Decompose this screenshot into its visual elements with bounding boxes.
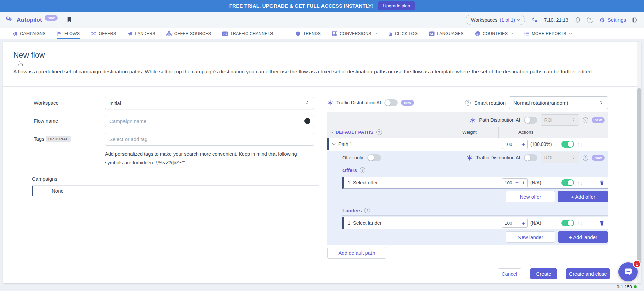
smart-rotation-select[interactable]: Normal rotation(random) (509, 96, 608, 109)
traffic-ai-toggle[interactable] (384, 99, 398, 106)
traffic-ai-help-icon[interactable]: ? (583, 155, 588, 161)
autopilot-logo[interactable]: ⚙ ⚙ Autopilot new (5, 16, 58, 24)
move-down-icon[interactable]: ↓ (581, 220, 583, 226)
move-up-icon[interactable]: ↑ (577, 220, 580, 226)
bookmark-icon[interactable] (66, 16, 72, 23)
paths-header-band: Path Distribution AI ROI ? new DEFAULT P… (327, 112, 608, 138)
new-lander-button[interactable]: New lander (506, 231, 555, 243)
nav-traffic-channels[interactable]: Ad TRAFFIC CHANNELS (222, 28, 273, 39)
ai-brain-icon (467, 155, 473, 161)
flow-color-picker[interactable] (304, 118, 310, 124)
ai-brain-icon (327, 100, 333, 106)
notifications-bell-icon[interactable] (575, 17, 581, 23)
weight-value[interactable]: 100 (505, 221, 513, 226)
move-down-icon[interactable]: ↓ (581, 141, 583, 147)
click-pointer-icon (388, 31, 393, 36)
offers-help-icon[interactable]: ? (360, 167, 365, 173)
path-name-cell[interactable]: Path 1 (329, 138, 500, 150)
add-offer-button[interactable]: + Add offer (558, 191, 608, 202)
nav-campaigns[interactable]: CAMPAIGNS (12, 28, 46, 39)
default-paths-header: DEFAULT PATHS ? Weight Actions (327, 127, 608, 138)
weight-value[interactable]: 100 (505, 142, 513, 147)
upgrade-plan-button[interactable]: Upgrade plan (378, 1, 415, 10)
offer-actions-cell: ↑ ↓ (558, 177, 608, 188)
path-ai-toggle[interactable] (524, 117, 537, 124)
logout-icon[interactable] (632, 17, 639, 23)
plus-icon[interactable]: + (522, 180, 525, 186)
path-content-panel: Offer only Traffic Distribution AI ROI ?… (327, 151, 608, 245)
nav-offer-sources[interactable]: OFFER SOURCES (166, 28, 211, 39)
create-button[interactable]: Create (530, 268, 557, 279)
new-badge: new (592, 117, 605, 123)
default-paths-title[interactable]: DEFAULT PATHS ? (331, 129, 382, 135)
plus-icon[interactable]: + (522, 220, 525, 226)
settings-link[interactable]: Settings (608, 17, 626, 23)
plus-icon[interactable]: + (522, 141, 525, 147)
page-description: A flow is a predefined set of campaign d… (13, 67, 629, 76)
workspace-row: Workspace Initial (3, 97, 323, 109)
nav-more-reports[interactable]: MORE REPORTS (524, 28, 572, 39)
lander-row: 1. Select lander 100 − + (N/A) ↑ ↓ (342, 217, 608, 229)
nav-offers[interactable]: OFFERS (91, 28, 116, 39)
path-enabled-toggle[interactable] (561, 141, 574, 148)
add-lander-button[interactable]: + Add lander (558, 231, 608, 243)
workspaces-selector[interactable]: Workspaces (1 of 1) (466, 15, 525, 25)
traffic-distribution-ai-row: Traffic Distribution AI new ? Smart rota… (327, 96, 608, 109)
select-arrows-icon (599, 100, 604, 106)
tags-label: Tags (34, 136, 44, 142)
landers-help-icon[interactable]: ? (364, 208, 370, 213)
offer-select[interactable]: 1. Select offer (344, 177, 500, 188)
delete-lander-icon[interactable] (599, 220, 604, 226)
ad-icon: Ad (222, 31, 228, 36)
nav-landers[interactable]: LANDERS (127, 28, 155, 39)
version-number: 0.1.150 (617, 284, 632, 289)
chat-icon (624, 267, 633, 277)
nav-languages[interactable]: Az LANGUAGES (429, 28, 464, 39)
path-traffic-ai-metric-select[interactable]: ROI (541, 152, 579, 163)
move-up-icon[interactable]: ↑ (577, 180, 580, 186)
weight-stepper: 100 − + (502, 140, 528, 149)
trial-banner-text: FREE TRIAL. UPGRADE & GET FULL ACCESS IN… (229, 3, 374, 9)
offer-enabled-toggle[interactable] (561, 179, 574, 186)
nav-trends[interactable]: TRENDS (295, 28, 321, 39)
workspace-select[interactable]: Initial (105, 97, 314, 109)
path-row: Path 1 100 − + (100.00%) ↑ ↓ (327, 138, 608, 150)
move-up-icon[interactable]: ↑ (577, 141, 580, 147)
sitemap-icon (166, 31, 172, 36)
clock-icon (295, 31, 301, 36)
add-default-path-button[interactable]: Add default path (327, 247, 386, 259)
nav-flows[interactable]: FLOWS (57, 28, 80, 39)
footer-divider (3, 265, 641, 265)
new-badge: new (45, 15, 58, 21)
settings-gear-icon[interactable]: ⚙ (599, 17, 605, 23)
flow-name-input[interactable] (105, 115, 314, 127)
nav-countries[interactable]: COUNTRIES (475, 28, 513, 39)
minus-icon[interactable]: − (515, 141, 519, 147)
megaphone-icon (12, 31, 18, 36)
nav-click-log[interactable]: CLICK LOG (388, 28, 418, 39)
delete-offer-icon[interactable] (599, 180, 604, 186)
traffic-ai-label: Traffic Distribution AI (336, 100, 381, 105)
minus-icon[interactable]: − (515, 180, 519, 186)
move-down-icon[interactable]: ↓ (581, 180, 583, 186)
cancel-button[interactable]: Cancel (498, 268, 521, 279)
translate-icon[interactable]: A (531, 17, 538, 23)
scrollbar-thumb[interactable] (637, 88, 641, 265)
path-ai-metric-select[interactable]: ROI (541, 114, 579, 126)
offer-only-toggle[interactable] (367, 154, 381, 161)
create-and-close-button[interactable]: Create and close (566, 268, 610, 279)
path-ai-help-icon[interactable]: ? (583, 117, 588, 123)
help-icon[interactable]: ? (587, 17, 593, 23)
path-traffic-ai-toggle[interactable] (524, 154, 537, 161)
lander-select[interactable]: 1. Select lander (344, 217, 500, 229)
lander-enabled-toggle[interactable] (561, 220, 574, 226)
flow-name-row: Flow name (3, 115, 323, 127)
new-offer-button[interactable]: New offer (506, 191, 555, 202)
tags-input[interactable] (105, 133, 314, 146)
minus-icon[interactable]: − (515, 220, 519, 226)
select-arrows-icon (571, 155, 576, 161)
smart-rotation-help-icon[interactable]: ? (465, 100, 471, 106)
nav-conversions[interactable]: CONVERSIONS (332, 28, 377, 39)
default-paths-help-icon[interactable]: ? (376, 129, 382, 135)
weight-value[interactable]: 100 (505, 180, 513, 185)
